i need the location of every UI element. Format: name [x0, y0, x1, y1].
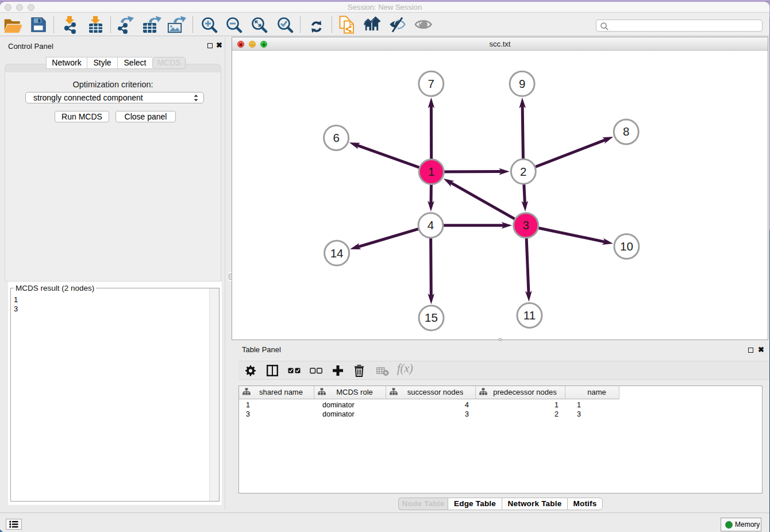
svg-text:6: 6	[333, 131, 339, 144]
svg-text:8: 8	[623, 125, 629, 138]
svg-text:14: 14	[330, 246, 344, 260]
svg-text:7: 7	[428, 77, 434, 90]
svg-text:3: 3	[522, 218, 529, 232]
svg-text:9: 9	[519, 77, 525, 90]
svg-text:11: 11	[523, 309, 536, 322]
svg-text:1: 1	[428, 165, 434, 178]
svg-text:4: 4	[428, 218, 434, 232]
svg-text:15: 15	[425, 311, 438, 324]
svg-text:2: 2	[520, 165, 526, 178]
svg-text:10: 10	[620, 240, 633, 253]
